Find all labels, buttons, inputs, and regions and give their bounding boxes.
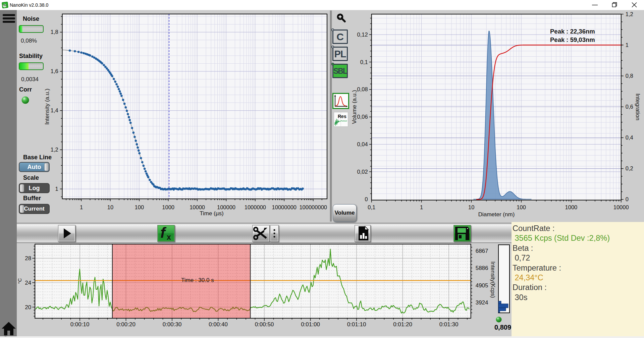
svg-text:0,12: 0,12 [357,32,368,38]
svg-text:10000000: 10000000 [272,204,297,210]
svg-text:100000: 100000 [217,204,235,210]
svg-text:f: f [160,225,167,241]
svg-text:0: 0 [365,196,368,202]
svg-text:Res: Res [338,114,346,119]
svg-text:1: 1 [420,204,423,210]
svg-text:Kn: Kn [3,3,7,7]
svg-text:4905: 4905 [476,282,488,289]
svg-text:0:00:20: 0:00:20 [116,321,136,328]
svg-text:1,2: 1,2 [626,11,633,17]
svg-text:0:01:00: 0:01:00 [301,321,320,328]
svg-text:100: 100 [135,204,144,210]
svg-text:1: 1 [55,186,58,192]
svg-text:1,2: 1,2 [51,147,58,153]
svg-text:1: 1 [626,42,629,48]
svg-text:Integration: Integration [635,94,641,120]
svg-text:6867: 6867 [476,248,488,254]
svg-text:0:00:40: 0:00:40 [209,321,228,328]
svg-text:0,1: 0,1 [368,204,375,210]
svg-text:Intensity (a.u.): Intensity (a.u.) [44,89,50,125]
svg-text:0:01:30: 0:01:30 [439,321,459,328]
svg-text:0,4: 0,4 [626,134,633,140]
svg-text:Volume (a.u.): Volume (a.u.) [351,90,358,124]
svg-text:1,6: 1,6 [51,68,58,74]
svg-text:10000: 10000 [613,204,629,210]
svg-text:100: 100 [517,204,526,210]
svg-text:0:00:30: 0:00:30 [163,321,182,328]
svg-text:1000: 1000 [162,204,174,210]
svg-text:0,08: 0,08 [357,86,368,92]
svg-text:28: 28 [25,255,31,262]
svg-text:100000000: 100000000 [299,204,327,210]
svg-text:1,8: 1,8 [51,29,58,35]
svg-text:1,4: 1,4 [51,107,58,113]
svg-text:24: 24 [25,280,31,286]
svg-text:20: 20 [25,304,31,311]
svg-text:°C: °C [17,278,22,284]
svg-text:0: 0 [626,196,629,202]
svg-text:10: 10 [468,204,474,210]
svg-text:1000000: 1000000 [245,204,266,210]
svg-text:0:01:20: 0:01:20 [393,321,412,328]
svg-text:0,06: 0,06 [357,114,368,120]
svg-text:10: 10 [107,204,113,210]
svg-text:Intensity(Kcps): Intensity(Kcps) [490,261,496,298]
svg-text:Peak : 59,03nm: Peak : 59,03nm [550,36,595,43]
svg-text:Diameter (nm): Diameter (nm) [478,211,515,218]
svg-text:3924: 3924 [476,299,488,306]
svg-text:0,6: 0,6 [626,104,633,110]
svg-text:0:01:10: 0:01:10 [347,321,366,328]
svg-text:0,8: 0,8 [626,73,633,79]
svg-text:0:00:10: 0:00:10 [70,321,90,328]
svg-text:0:00:50: 0:00:50 [255,321,274,328]
svg-text:0,2: 0,2 [626,165,633,171]
svg-text:1000: 1000 [565,204,578,210]
svg-text:0,02: 0,02 [357,169,368,175]
svg-text:x: x [167,233,171,241]
svg-text:Time (µs): Time (µs) [200,210,224,217]
svg-text:10000: 10000 [190,204,205,210]
svg-text:5886: 5886 [476,265,488,271]
svg-text:1: 1 [80,204,83,210]
svg-text:Peak : 22,36nm: Peak : 22,36nm [550,28,595,35]
svg-text:Time : 30.0 s: Time : 30.0 s [181,277,214,283]
svg-text:0,04: 0,04 [357,141,368,147]
svg-text:0,1: 0,1 [360,59,368,65]
